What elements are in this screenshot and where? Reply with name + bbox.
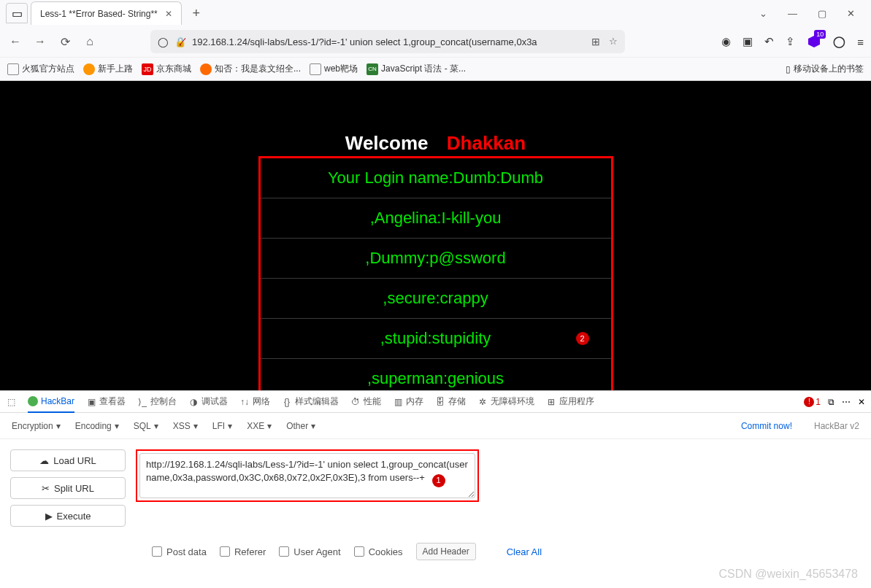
bookmark-item[interactable]: 新手上路 <box>83 63 133 75</box>
execute-button[interactable]: ▶Execute <box>10 505 126 527</box>
chevron-down-icon: ▾ <box>267 421 272 431</box>
add-header-button[interactable]: Add Header <box>416 543 476 560</box>
window-maximize-icon[interactable]: ▢ <box>818 8 826 19</box>
devtools-tab-inspector[interactable]: ▣查看器 <box>86 395 126 408</box>
tab-title: Less-1 **Error Based- String** <box>40 9 158 19</box>
load-url-button[interactable]: ☁Load URL <box>10 449 126 471</box>
annotation-box-2: Your Login name:Dumb:Dumb ,Angelina:I-ki… <box>258 156 613 390</box>
devtools-tab-application[interactable]: ⊞应用程序 <box>546 395 594 408</box>
cloud-download-icon: ☁ <box>39 455 49 466</box>
home-icon[interactable]: ⌂ <box>82 35 98 48</box>
hb-menu-encryption[interactable]: Encryption ▾ <box>12 421 61 431</box>
devtools-tab-debugger[interactable]: ◑调试器 <box>188 395 228 408</box>
window-minimize-icon[interactable]: — <box>788 8 797 19</box>
back-icon[interactable]: ← <box>7 35 23 48</box>
tab-favicon-placeholder[interactable]: ▭ <box>6 3 28 23</box>
browser-tab[interactable]: Less-1 **Error Based- String** ✕ <box>31 1 182 25</box>
window-dropdown-icon[interactable]: ⌄ <box>759 8 767 19</box>
url-bar[interactable]: ◯ 🔒̸ 192.168.1.24/sqli-labs/Less-1/?id=-… <box>150 30 625 53</box>
shield-icon[interactable]: ◯ <box>158 36 169 47</box>
hb-menu-encoding[interactable]: Encoding ▾ <box>75 421 119 431</box>
scissors-icon: ✂ <box>42 483 50 494</box>
devtools-tab-console[interactable]: ⟩_控制台 <box>137 395 177 408</box>
clear-all-link[interactable]: Clear All <box>507 546 542 557</box>
pin-icon[interactable]: ▣ <box>743 35 753 48</box>
chevron-down-icon: ▾ <box>115 421 119 431</box>
new-tab-button[interactable]: + <box>188 4 205 22</box>
hb-menu-xxe[interactable]: XXE ▾ <box>247 421 272 431</box>
reload-icon[interactable]: ⟳ <box>57 35 73 49</box>
devtools-tab-memory[interactable]: ▥内存 <box>393 395 423 408</box>
devtools-tab-a11y[interactable]: ✲无障碍环境 <box>477 395 534 408</box>
close-icon[interactable]: ✕ <box>165 9 172 19</box>
url-textarea[interactable]: http://192.168.1.24/sqli-labs/Less-1/?id… <box>139 453 475 498</box>
hb-menu-xss[interactable]: XSS ▾ <box>173 421 198 431</box>
qr-icon[interactable]: ⊞ <box>591 36 600 47</box>
welcome-heading: Welcome Dhakkan <box>345 132 526 155</box>
circle-icon[interactable]: ◯ <box>833 35 845 48</box>
bookmark-item[interactable]: CNJavaScript 语法 - 菜... <box>367 63 466 75</box>
devtools-close-icon[interactable]: ✕ <box>858 397 865 407</box>
bookmark-item[interactable]: 知否：我是袁文绍全... <box>200 63 301 75</box>
chevron-down-icon: ▾ <box>193 421 198 431</box>
url-text: 192.168.1.24/sqli-labs/Less-1/?id=-1' un… <box>192 36 586 47</box>
chevron-down-icon: ▾ <box>154 421 158 431</box>
checkbox-postdata[interactable]: Post data <box>152 546 207 557</box>
devtools-tab-network[interactable]: ↑↓网络 <box>239 395 270 408</box>
chevron-down-icon: ▾ <box>228 421 232 431</box>
account-icon[interactable]: ◉ <box>721 35 731 48</box>
watermark: CSDN @weixin_45653478 <box>718 568 858 581</box>
data-row: Your Login name:Dumb:Dumb <box>261 158 611 198</box>
hb-brand-label: HackBar v2 <box>814 421 859 431</box>
hb-commit-link[interactable]: Commit now! <box>741 421 792 431</box>
forward-icon[interactable]: → <box>32 35 48 48</box>
pocket-icon[interactable]: ⇪ <box>786 35 795 48</box>
menu-icon[interactable]: ≡ <box>857 36 864 48</box>
hb-menu-lfi[interactable]: LFI ▾ <box>212 421 232 431</box>
data-row: ,Dummy:p@ssword <box>261 239 611 278</box>
bookmark-item[interactable]: 火狐官方站点 <box>7 63 74 75</box>
window-close-icon[interactable]: ✕ <box>847 8 855 19</box>
page-content: Welcome Dhakkan Your Login name:Dumb:Dum… <box>0 81 871 390</box>
annotation-box-1: http://192.168.1.24/sqli-labs/Less-1/?id… <box>136 449 479 502</box>
mobile-icon: ▯ <box>786 64 791 74</box>
checkbox-cookies[interactable]: Cookies <box>354 546 403 557</box>
bookmark-star-icon[interactable]: ☆ <box>609 36 618 47</box>
chevron-down-icon: ▾ <box>311 421 315 431</box>
annotation-badge-1: 1 <box>432 474 445 487</box>
devtools-tab-storage[interactable]: 🗄存储 <box>435 395 466 408</box>
data-row: ,secure:crappy <box>261 279 611 318</box>
checkbox-useragent[interactable]: User Agent <box>279 546 340 557</box>
play-icon: ▶ <box>45 511 53 522</box>
bookmark-item[interactable]: JD京东商城 <box>142 63 191 75</box>
devtools-error-count[interactable]: !1 <box>804 397 821 407</box>
hb-menu-sql[interactable]: SQL ▾ <box>134 421 158 431</box>
annotation-badge-2: 2 <box>576 332 589 345</box>
extension-badge: 10 <box>814 30 826 39</box>
devtools-tab-performance[interactable]: ⏱性能 <box>350 395 381 408</box>
data-row: ,stupid:stupidity 2 <box>261 319 611 358</box>
split-url-button[interactable]: ✂Split URL <box>10 477 126 499</box>
chevron-down-icon: ▾ <box>56 421 61 431</box>
bookmark-item[interactable]: web靶场 <box>310 63 358 75</box>
devtools-tab-hackbar[interactable]: HackBar <box>28 391 74 413</box>
data-row: ,Angelina:I-kill-you <box>261 198 611 238</box>
devtools-more-icon[interactable]: ⋯ <box>842 397 851 407</box>
extension-icon[interactable]: 10 <box>807 34 821 49</box>
checkbox-referer[interactable]: Referer <box>220 546 266 557</box>
hb-menu-other[interactable]: Other ▾ <box>286 421 315 431</box>
devtools-cursor-icon[interactable]: ⬚ <box>6 397 16 407</box>
hackbar-icon <box>28 396 38 406</box>
devtools-tab-style[interactable]: {}样式编辑器 <box>282 395 339 408</box>
data-row: ,superman:genious <box>261 359 611 390</box>
undo-icon[interactable]: ↶ <box>764 35 774 48</box>
lock-icon: 🔒̸ <box>174 36 186 47</box>
bookmark-mobile[interactable]: ▯移动设备上的书签 <box>786 63 864 75</box>
devtools-dock-icon[interactable]: ⧉ <box>828 397 834 407</box>
